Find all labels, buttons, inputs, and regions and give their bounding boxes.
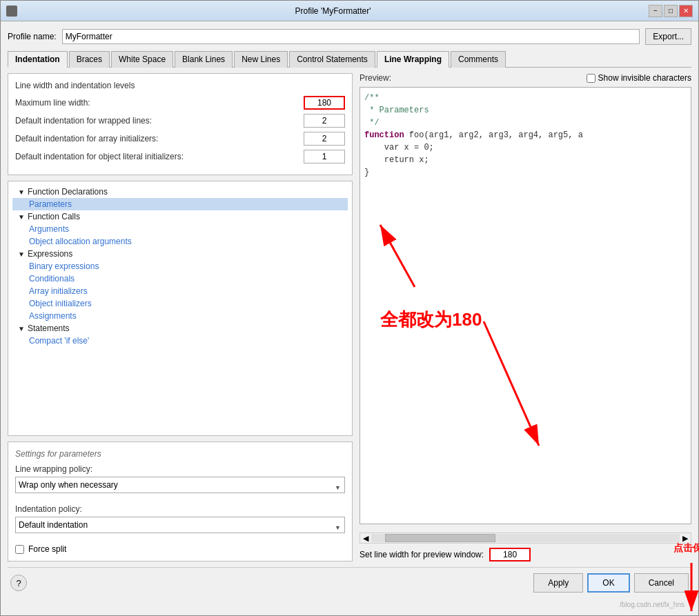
force-split-row: Force split xyxy=(15,544,345,554)
indent-wrapped-input[interactable] xyxy=(304,114,345,128)
profile-name-label: Profile name: xyxy=(8,32,57,41)
tab-line-wrapping[interactable]: Line Wrapping xyxy=(377,51,449,68)
help-button[interactable]: ? xyxy=(10,575,27,591)
scroll-thumb[interactable] xyxy=(385,534,495,542)
tree-item-parameters[interactable]: Parameters xyxy=(12,198,348,210)
code-line-1: /** xyxy=(364,92,687,104)
action-buttons: Apply OK Cancel xyxy=(533,573,689,593)
right-panel: Preview: Show invisible characters /** *… xyxy=(360,73,691,562)
tab-bar: Indentation Braces White Space Blank Lin… xyxy=(8,50,691,68)
restore-button[interactable]: □ xyxy=(664,5,678,17)
tree-box: ▼Function Declarations Parameters ▼Funct… xyxy=(8,181,353,436)
indent-array-label: Default indentation for array initialize… xyxy=(15,134,158,143)
tree-group-function-calls[interactable]: ▼Function Calls xyxy=(12,210,348,223)
tree-group-expressions[interactable]: ▼Expressions xyxy=(12,248,348,260)
expand-icon: ▼ xyxy=(18,213,25,221)
indent-object-row: Default indentation for object literal i… xyxy=(15,150,345,163)
max-line-width-label: Maximum line width: xyxy=(15,98,90,108)
code-keyword-function: function xyxy=(364,130,409,140)
code-line-5: var x = 0; xyxy=(364,141,687,154)
tab-indentation[interactable]: Indentation xyxy=(8,51,68,68)
preview-header: Preview: Show invisible characters xyxy=(360,73,691,83)
apply-button[interactable]: Apply xyxy=(533,573,583,593)
indent-wrapped-label: Default indentation for wrapped lines: xyxy=(15,116,152,126)
code-line-7: } xyxy=(364,166,687,179)
minimize-button[interactable]: − xyxy=(649,5,662,17)
ok-button[interactable]: OK xyxy=(587,573,629,593)
indentation-policy-wrapper: Default indentation Indent by one Indent… xyxy=(15,517,345,539)
tree-item-conditionals[interactable]: Conditionals xyxy=(12,272,348,285)
tree-item-object-allocation[interactable]: Object allocation arguments xyxy=(12,235,348,248)
tree-item-binary-expressions[interactable]: Binary expressions xyxy=(12,260,348,272)
window-title: Profile 'MyFormatter' xyxy=(17,6,649,16)
tab-new-lines[interactable]: New Lines xyxy=(234,51,288,68)
preview-label: Preview: xyxy=(360,73,391,83)
indent-object-label: Default indentation for object literal i… xyxy=(15,152,184,161)
close-button[interactable]: ✕ xyxy=(679,5,693,17)
wrapping-policy-select[interactable]: Wrap only when necessary Always wrap Do … xyxy=(15,477,345,493)
expand-icon: ▼ xyxy=(18,325,25,332)
tab-blank-lines[interactable]: Blank Lines xyxy=(175,51,233,68)
line-width-preview-label: Set line width for preview window: xyxy=(360,550,484,559)
main-window: Profile 'MyFormatter' − □ ✕ Profile name… xyxy=(0,0,699,616)
profile-row: Profile name: Export... xyxy=(8,28,691,45)
tree-item-compact-if-else[interactable]: Compact 'if else' xyxy=(12,335,348,347)
indentation-policy-label: Indentation policy: xyxy=(15,504,345,514)
code-line-4: function foo(arg1, arg2, arg3, arg4, arg… xyxy=(364,129,687,141)
horizontal-scrollbar[interactable]: ◀ ▶ xyxy=(360,533,691,544)
scroll-track xyxy=(371,534,680,542)
force-split-label: Force split xyxy=(28,544,66,554)
line-width-section-title: Line width and indentation levels xyxy=(15,81,345,90)
show-invisible-row: Show invisible characters xyxy=(587,73,691,83)
window-icon xyxy=(6,6,17,17)
max-line-width-input[interactable] xyxy=(304,96,345,110)
force-split-checkbox[interactable] xyxy=(15,545,24,554)
indent-object-input[interactable] xyxy=(304,150,345,163)
line-width-section: Line width and indentation levels Maximu… xyxy=(8,73,353,175)
indentation-policy-select[interactable]: Default indentation Indent by one Indent… xyxy=(15,517,345,533)
wrapping-policy-label: Line wrapping policy: xyxy=(15,464,345,474)
line-width-preview-input[interactable] xyxy=(489,548,531,562)
show-invisible-label: Show invisible characters xyxy=(598,73,691,83)
show-invisible-checkbox[interactable] xyxy=(587,74,595,83)
cancel-button[interactable]: Cancel xyxy=(634,573,689,593)
watermark: /blog.csdn.net/lx_hns xyxy=(8,601,691,608)
title-bar: Profile 'MyFormatter' − □ ✕ xyxy=(1,1,698,21)
line-width-preview-row: Set line width for preview window: xyxy=(360,548,691,562)
tree-item-arguments[interactable]: Arguments xyxy=(12,223,348,235)
indent-wrapped-row: Default indentation for wrapped lines: xyxy=(15,114,345,128)
content-area: Profile name: Export... Indentation Brac… xyxy=(1,21,698,615)
tree-item-array-initializers[interactable]: Array initializers xyxy=(12,285,348,297)
tab-control-statements[interactable]: Control Statements xyxy=(289,51,375,68)
tree-item-assignments[interactable]: Assignments xyxy=(12,310,348,322)
code-line-2: * Parameters xyxy=(364,104,687,117)
window-controls: − □ ✕ xyxy=(649,5,693,17)
main-panel: Line width and indentation levels Maximu… xyxy=(8,73,691,562)
indent-array-input[interactable] xyxy=(304,132,345,146)
tree-group-function-declarations[interactable]: ▼Function Declarations xyxy=(12,186,348,198)
bottom-buttons: ? Apply OK Cancel xyxy=(8,567,691,595)
scroll-left-arrow[interactable]: ◀ xyxy=(360,534,371,543)
code-preview: /** * Parameters */ function foo(arg1, a… xyxy=(360,87,691,524)
settings-title: Settings for parameters xyxy=(15,449,345,459)
tab-braces[interactable]: Braces xyxy=(69,51,110,68)
code-normal-foo: foo(arg1, arg2, arg3, arg4, arg5, a xyxy=(409,130,583,140)
scroll-right-arrow[interactable]: ▶ xyxy=(680,534,691,543)
wrapping-policy-wrapper: Wrap only when necessary Always wrap Do … xyxy=(15,477,345,499)
code-line-3: */ xyxy=(364,117,687,129)
expand-icon: ▼ xyxy=(18,250,25,258)
settings-section: Settings for parameters Line wrapping po… xyxy=(8,441,353,562)
profile-name-input[interactable] xyxy=(62,29,640,44)
tab-white-space[interactable]: White Space xyxy=(111,51,173,68)
tab-comments[interactable]: Comments xyxy=(451,51,506,68)
max-line-width-row: Maximum line width: xyxy=(15,96,345,110)
tree-group-statements[interactable]: ▼Statements xyxy=(12,322,348,335)
expand-icon: ▼ xyxy=(18,188,25,196)
export-button[interactable]: Export... xyxy=(645,28,691,45)
indent-array-row: Default indentation for array initialize… xyxy=(15,132,345,146)
code-line-6: return x; xyxy=(364,154,687,166)
left-panel: Line width and indentation levels Maximu… xyxy=(8,73,353,562)
tree-item-object-initializers[interactable]: Object initializers xyxy=(12,297,348,310)
